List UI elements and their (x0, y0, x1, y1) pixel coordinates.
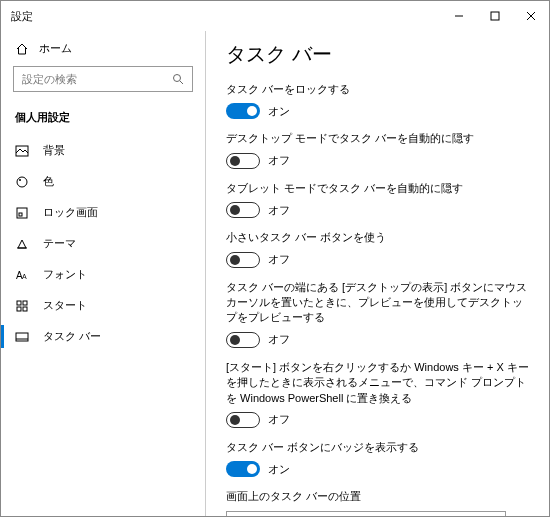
minimize-button[interactable] (441, 1, 477, 31)
svg-rect-10 (19, 213, 22, 216)
sidebar-item-colors[interactable]: 色 (1, 166, 205, 197)
palette-icon (15, 175, 29, 189)
section-title: 個人用設定 (1, 106, 205, 135)
sidebar-item-lockscreen[interactable]: ロック画面 (1, 197, 205, 228)
sidebar-item-background[interactable]: 背景 (1, 135, 205, 166)
home-label: ホーム (39, 41, 72, 56)
sidebar: ホーム 個人用設定 背景 色 ロック画面 テーマ AA フォント ス (1, 31, 206, 516)
toggle-state-text: オフ (268, 412, 290, 427)
sidebar-item-themes[interactable]: テーマ (1, 228, 205, 259)
toggle-switch[interactable] (226, 332, 260, 348)
toggle-switch[interactable] (226, 461, 260, 477)
svg-text:A: A (22, 273, 27, 280)
svg-rect-13 (17, 301, 21, 305)
setting-label: デスクトップ モードでタスク バーを自動的に隠す (226, 131, 529, 146)
svg-point-8 (19, 179, 21, 181)
picture-icon (15, 144, 29, 158)
setting-label: タブレット モードでタスク バーを自動的に隠す (226, 181, 529, 196)
search-input[interactable] (22, 73, 172, 85)
toggle-switch[interactable] (226, 252, 260, 268)
svg-rect-17 (16, 333, 28, 341)
svg-rect-16 (23, 307, 27, 311)
taskbar-icon (15, 330, 29, 344)
page-title: タスク バー (226, 41, 529, 68)
toggle-state-text: オフ (268, 252, 290, 267)
home-link[interactable]: ホーム (1, 35, 205, 66)
toggle-switch[interactable] (226, 202, 260, 218)
setting-label: タスク バーの端にある [デスクトップの表示] ボタンにマウス カーソルを置いた… (226, 280, 529, 326)
sidebar-item-label: スタート (43, 298, 87, 313)
window-controls (441, 1, 549, 31)
sidebar-item-taskbar[interactable]: タスク バー (1, 321, 205, 352)
toggle-state-text: オン (268, 462, 290, 477)
window-title: 設定 (11, 9, 33, 24)
sidebar-item-label: 背景 (43, 143, 65, 158)
toggle-switch[interactable] (226, 153, 260, 169)
svg-rect-1 (491, 12, 499, 20)
sidebar-item-fonts[interactable]: AA フォント (1, 259, 205, 290)
close-button[interactable] (513, 1, 549, 31)
sidebar-item-label: テーマ (43, 236, 76, 251)
setting-label: タスク バー ボタンにバッジを表示する (226, 440, 529, 455)
svg-point-7 (17, 177, 27, 187)
titlebar: 設定 (1, 1, 549, 31)
toggle-state-text: オフ (268, 203, 290, 218)
home-icon (15, 42, 29, 56)
sidebar-item-label: ロック画面 (43, 205, 98, 220)
setting-label: 小さいタスク バー ボタンを使う (226, 230, 529, 245)
toggle-switch[interactable] (226, 103, 260, 119)
svg-rect-14 (23, 301, 27, 305)
main-content: タスク バー タスク バーをロックするオンデスクトップ モードでタスク バーを自… (206, 31, 549, 516)
svg-point-4 (174, 75, 181, 82)
toggle-state-text: オン (268, 104, 290, 119)
svg-rect-15 (17, 307, 21, 311)
font-icon: AA (15, 268, 29, 282)
maximize-button[interactable] (477, 1, 513, 31)
sidebar-item-start[interactable]: スタート (1, 290, 205, 321)
search-box[interactable] (13, 66, 193, 92)
theme-icon (15, 237, 29, 251)
toggle-state-text: オフ (268, 153, 290, 168)
lockscreen-icon (15, 206, 29, 220)
position-select[interactable]: 下 (226, 511, 506, 516)
sidebar-item-label: 色 (43, 174, 54, 189)
sidebar-item-label: フォント (43, 267, 87, 282)
sidebar-item-label: タスク バー (43, 329, 101, 344)
setting-label: タスク バーをロックする (226, 82, 529, 97)
start-icon (15, 299, 29, 313)
search-icon (172, 73, 184, 85)
toggle-state-text: オフ (268, 332, 290, 347)
position-label: 画面上のタスク バーの位置 (226, 489, 529, 504)
setting-label: [スタート] ボタンを右クリックするか Windows キー + X キーを押し… (226, 360, 529, 406)
toggle-switch[interactable] (226, 412, 260, 428)
svg-line-5 (180, 81, 183, 84)
